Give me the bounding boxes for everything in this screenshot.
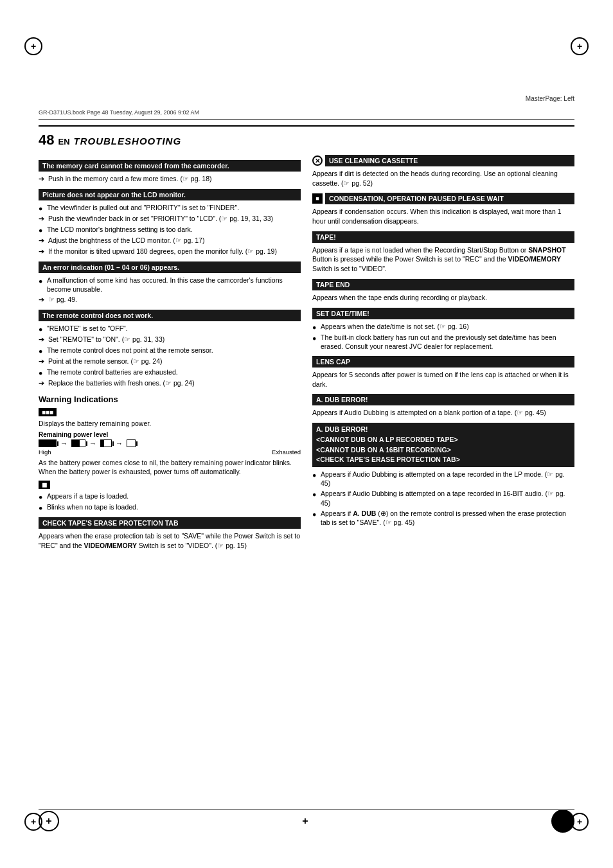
cleaning-icon: ✕ xyxy=(312,155,323,166)
section-memory-card: The memory card cannot be removed from t… xyxy=(39,160,301,172)
bullet-remote-1: ● "REMOTE" is set to "OFF". xyxy=(39,324,301,333)
dub-error1-body: Appears if Audio Dubbing is attempted on… xyxy=(312,408,574,418)
section-dub-error2: A. DUB ERROR! <CANNOT DUB ON A LP RECORD… xyxy=(312,423,574,467)
arrow-lcd-2: ➔ Adjust the brightness of the LCD monit… xyxy=(39,236,301,245)
content-area: 48 EN TROUBLESHOOTING The memory card ca… xyxy=(39,125,574,804)
arrow-remote-1: ➔ Set "REMOTE" to "ON". (☞ pg. 31, 33) xyxy=(39,335,301,344)
bullet-lcd-1: ● The viewfinder is pulled out and "PRIO… xyxy=(39,203,301,213)
arrow-lcd-3: ➔ If the monitor is tilted upward 180 de… xyxy=(39,247,301,256)
bullet-error-1: ● A malfunction of some kind has occured… xyxy=(39,276,301,294)
section-tape-end: TAPE END xyxy=(312,279,574,290)
section-lcd-monitor: Picture does not appear on the LCD monit… xyxy=(39,189,301,200)
bottom-crosshair-center: + xyxy=(299,815,312,828)
bullet-remote-2: ● The remote control does not point at t… xyxy=(39,346,301,355)
masterpage-label: MasterPage: Left xyxy=(526,95,574,102)
remaining-power-label-row: Remaining power level xyxy=(39,431,301,438)
arrow-sym: ➔ xyxy=(39,174,46,184)
battery-body-text: As the battery power comes close to nil,… xyxy=(39,458,301,477)
exhausted-label: Exhausted xyxy=(272,448,301,456)
high-label: High xyxy=(39,448,51,456)
section-use-cleaning: USE CLEANING CASSETTE xyxy=(325,155,574,166)
bullet-tape-2: ● Blinks when no tape is loaded. xyxy=(39,502,301,512)
page-number: 48 xyxy=(39,132,54,148)
arrow-error-1: ➔ ☞ pg. 49. xyxy=(39,295,301,305)
header-rule xyxy=(39,119,574,120)
section-check-tape: CHECK TAPE'S ERASE PROTECTION TAB xyxy=(39,517,301,529)
section-tape-exclaim: TAPE! xyxy=(312,231,574,243)
bat-low xyxy=(100,439,112,447)
left-column: The memory card cannot be removed from t… xyxy=(39,155,301,553)
section-remote-control: The remote control does not work. xyxy=(39,310,301,321)
section-lens-cap: LENS CAP xyxy=(312,356,574,368)
battery-description: Displays the battery remaining power. xyxy=(39,419,301,429)
bullet-lcd-2: ● The LCD monitor's brightness setting i… xyxy=(39,225,301,235)
section-condensation: CONDENSATION, OPERATION PAUSED PLEASE WA… xyxy=(325,193,574,204)
tape-exclaim-body: Appears if a tape is not loaded when the… xyxy=(312,245,574,274)
page-container: MasterPage: Left GR-D371US.book Page 48 … xyxy=(0,0,613,868)
section-error-indication: An error indication (01 – 04 or 06) appe… xyxy=(39,261,301,273)
use-cleaning-body: Appears if dirt is detected on the heads… xyxy=(312,169,574,188)
bullet-date-1: ● Appears when the date/time is not set.… xyxy=(312,322,574,332)
reg-mark-tr xyxy=(571,37,589,55)
section-condensation-header: ■ CONDENSATION, OPERATION PAUSED PLEASE … xyxy=(312,193,574,204)
check-tape-body: Appears when the erase protection tab is… xyxy=(39,531,301,550)
bat-half xyxy=(71,439,85,447)
bottom-reg-row: + + xyxy=(0,810,613,833)
bullet-tape-1: ● Appears if a tape is loaded. xyxy=(39,492,301,501)
bullet-dub-3: ● Appears if A. DUB (⊕) on the remote co… xyxy=(312,509,574,527)
bullet-date-2: ● The built-in clock battery has run out… xyxy=(312,333,574,351)
remaining-power-label: Remaining power level xyxy=(39,431,108,438)
file-info: GR-D371US.book Page 48 Tuesday, August 2… xyxy=(39,109,199,116)
arrow-lcd-1: ➔ Push the viewfinder back in or set "PR… xyxy=(39,214,301,224)
bat-full xyxy=(39,439,57,447)
high-exhausted-row: High Exhausted xyxy=(39,448,301,456)
condensation-icon: ■ xyxy=(312,193,323,204)
arrow-remote-3: ➔ Replace the batteries with fresh ones.… xyxy=(39,378,301,388)
arrow-memory-push: ➔ Push in the memory card a few more tim… xyxy=(39,174,301,184)
bottom-circle-right xyxy=(551,810,574,833)
top-rule xyxy=(39,125,574,127)
bottom-circle-left: + xyxy=(39,811,59,831)
right-column: ✕ USE CLEANING CASSETTE Appears if dirt … xyxy=(312,155,574,553)
battery-icon-display: ■■■ xyxy=(39,408,57,416)
bullet-dub-1: ● Appears if Audio Dubbing is attempted … xyxy=(312,470,574,488)
page-title-row: 48 EN TROUBLESHOOTING xyxy=(39,132,574,148)
reg-mark-tl xyxy=(24,37,42,55)
bat-empty xyxy=(127,439,136,447)
condensation-body: Appears if condensation occurs. When thi… xyxy=(312,207,574,226)
battery-levels: → → → xyxy=(39,439,301,447)
tape-icon-display: ◼ xyxy=(39,481,50,489)
tape-end-body: Appears when the tape ends during record… xyxy=(312,293,574,303)
section-set-date-time: SET DATE/TIME! xyxy=(312,308,574,319)
section-dub-error1: A. DUB ERROR! xyxy=(312,394,574,405)
section-use-cleaning-header: ✕ USE CLEANING CASSETTE xyxy=(312,155,574,166)
lens-cap-body: Appears for 5 seconds after power is tur… xyxy=(312,370,574,389)
battery-section: ■■■ Displays the battery remaining power… xyxy=(39,408,301,477)
warning-heading: Warning Indications xyxy=(39,394,301,404)
two-col-layout: The memory card cannot be removed from t… xyxy=(39,155,574,553)
page-en-label: EN xyxy=(58,137,69,146)
page-section-title: TROUBLESHOOTING xyxy=(74,136,182,146)
bullet-dub-2: ● Appears if Audio Dubbing is attempted … xyxy=(312,489,574,507)
bullet-remote-3: ● The remote control batteries are exhau… xyxy=(39,368,301,377)
arrow-remote-2: ➔ Point at the remote sensor. (☞ pg. 24) xyxy=(39,357,301,366)
